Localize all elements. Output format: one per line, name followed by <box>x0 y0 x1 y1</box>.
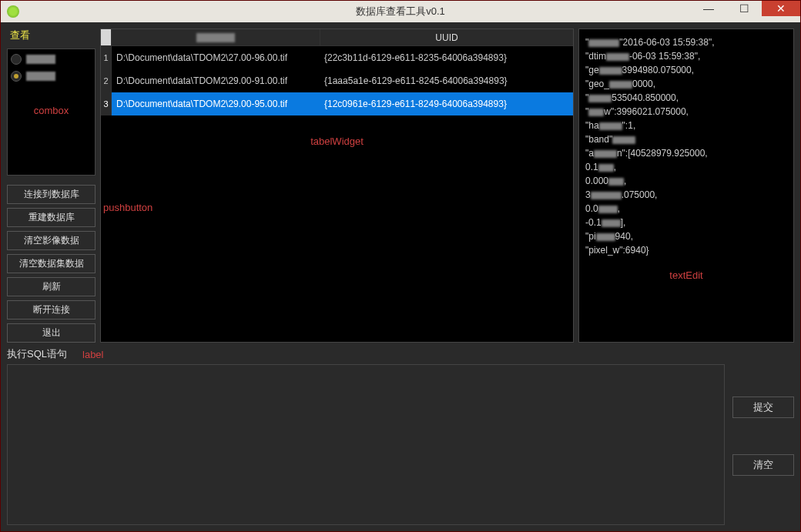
maximize-button[interactable]: ☐ <box>726 1 762 16</box>
table-header-col1[interactable] <box>112 29 320 45</box>
radio-option-2[interactable] <box>11 71 92 82</box>
combox-annotation: combox <box>11 105 92 116</box>
detail-line: "535040.850000, <box>585 91 787 105</box>
detail-line: "ha":1, <box>585 119 787 132</box>
detail-line: "w":3996021.075000, <box>585 105 787 119</box>
radio-icon <box>11 71 22 82</box>
detail-line: 0.0, <box>585 202 787 216</box>
table-widget[interactable]: UUID 1D:\Document\data\TDOM2\27.00-96.00… <box>100 28 574 343</box>
radio-icon <box>11 54 22 65</box>
row-uuid: {12c0961e-6129-e611-8249-64006a394893} <box>320 99 573 109</box>
detail-textedit[interactable]: ""2016-06-03 15:59:38","dtim-06-03 15:59… <box>578 28 794 343</box>
view-radio-group: combox <box>7 49 96 176</box>
row-number: 2 <box>101 69 112 92</box>
table-row[interactable]: 3D:\Document\data\TDOM2\29.00-95.00.tif{… <box>101 92 573 115</box>
table-row[interactable]: 2D:\Document\data\TDOM2\29.00-91.00.tif{… <box>101 69 573 92</box>
table-header-uuid[interactable]: UUID <box>320 29 573 45</box>
row-uuid: {22c3b11d-6129-e611-8235-64006a394893} <box>320 52 573 63</box>
row-path: D:\Document\data\TDOM2\27.00-96.00.tif <box>112 52 320 63</box>
detail-line: 3.075000, <box>585 188 787 202</box>
row-uuid: {1aaa5a1e-6129-e611-8245-64006a394893} <box>320 75 573 86</box>
detail-line: -0.1], <box>585 216 787 229</box>
minimize-button[interactable]: — <box>691 1 726 16</box>
close-button[interactable]: ✕ <box>762 1 800 16</box>
sql-label: 执行SQL语句 <box>7 347 67 361</box>
tablewidget-annotation: tabelWidget <box>310 136 364 147</box>
action-button-2[interactable]: 清空影像数据 <box>7 231 96 250</box>
action-button-6[interactable]: 退出 <box>7 323 96 343</box>
clear-button[interactable]: 清空 <box>732 454 794 476</box>
radio-label-blurred <box>26 55 55 64</box>
action-button-5[interactable]: 断开连接 <box>7 300 96 320</box>
detail-line: "ge3994980.075000, <box>585 63 787 77</box>
table-row[interactable]: 1D:\Document\data\TDOM2\27.00-96.00.tif{… <box>101 46 573 69</box>
detail-line: "an":[40528979.925000, <box>585 146 787 160</box>
detail-line: "band" <box>585 132 787 146</box>
app-icon <box>7 5 19 18</box>
submit-button[interactable]: 提交 <box>732 396 794 418</box>
view-label: 查看 <box>7 28 96 42</box>
action-button-4[interactable]: 刷新 <box>7 277 96 296</box>
detail-line: "pixel_w":6940} <box>585 243 787 257</box>
row-number: 3 <box>101 92 112 115</box>
row-number: 1 <box>101 46 112 69</box>
sql-textarea[interactable] <box>7 364 725 525</box>
action-button-0[interactable]: 连接到数据库 <box>7 185 96 204</box>
textedit-annotation: textEdit <box>669 268 702 283</box>
label-annotation: label <box>82 349 103 360</box>
action-button-1[interactable]: 重建数据库 <box>7 208 96 227</box>
radio-option-1[interactable] <box>11 54 92 65</box>
row-path: D:\Document\data\TDOM2\29.00-95.00.tif <box>112 99 320 109</box>
detail-line: ""2016-06-03 15:59:38", <box>585 35 787 49</box>
radio-label-blurred <box>26 72 55 81</box>
table-corner <box>101 29 112 45</box>
detail-line: 0.1, <box>585 160 787 174</box>
detail-line: "dtim-06-03 15:59:38", <box>585 49 787 63</box>
detail-line: 0.000, <box>585 174 787 188</box>
pushbutton-annotation: pushbutton <box>103 202 152 213</box>
detail-line: "pi940, <box>585 229 787 243</box>
detail-line: "geo_0000, <box>585 77 787 91</box>
row-path: D:\Document\data\TDOM2\29.00-91.00.tif <box>112 75 320 86</box>
action-button-3[interactable]: 清空数据集数据 <box>7 254 96 273</box>
window-title: 数据库查看工具v0.1 <box>356 5 445 18</box>
titlebar[interactable]: 数据库查看工具v0.1 — ☐ ✕ <box>1 1 800 22</box>
